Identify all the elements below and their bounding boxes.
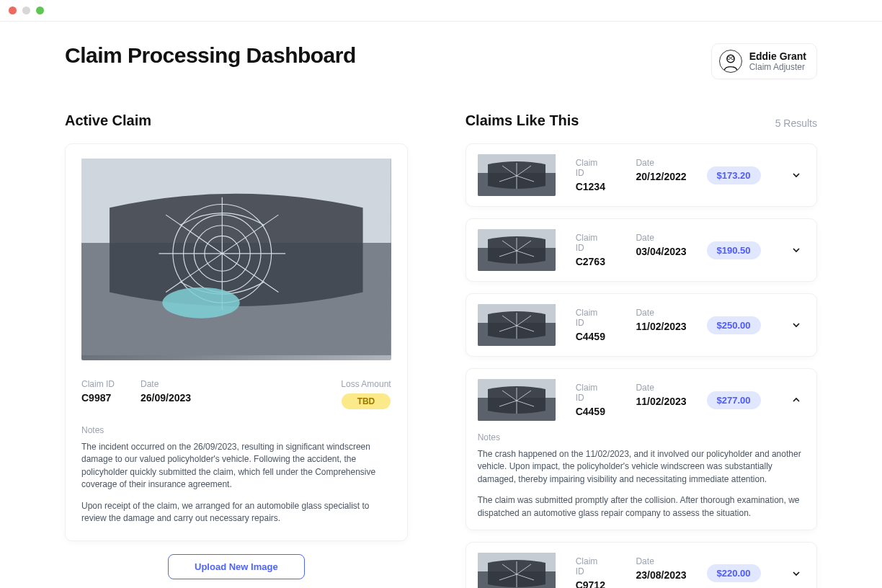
upload-new-image-button[interactable]: Upload New Image [168, 554, 305, 579]
similar-claim-card: Claim ID C4459 Date 11/02/2023 $250.00 [466, 293, 817, 357]
date-value: 11/02/2023 [636, 396, 686, 407]
similar-claim-card: Claim ID C2763 Date 03/04/2023 $190.50 [466, 218, 817, 282]
notes-text: The crash happened on the 11/02/2023, an… [478, 448, 803, 520]
amount-badge: $250.00 [707, 316, 761, 334]
date-label: Date [636, 556, 686, 566]
similar-claim-card: Claim ID C4459 Date 11/02/2023 $277.00No… [466, 368, 817, 530]
amount-badge: $190.50 [707, 241, 761, 259]
date-label: Date [636, 158, 686, 168]
claim-id-label: Claim ID [81, 379, 115, 389]
claim-id-value: C9987 [81, 392, 115, 404]
window-titlebar [0, 0, 882, 22]
date-value: 26/09/2023 [141, 392, 191, 404]
notes-label: Notes [478, 432, 803, 442]
claim-thumbnail [478, 229, 556, 271]
claim-thumbnail [478, 379, 556, 421]
amount-badge: $173.20 [707, 166, 761, 184]
notes-label: Notes [81, 425, 391, 435]
date-value: 23/08/2023 [636, 569, 686, 581]
active-claim-heading: Active Claim [65, 112, 151, 129]
results-count: 5 Results [775, 117, 817, 129]
date-label: Date [636, 383, 686, 393]
chevron-up-icon[interactable] [790, 393, 803, 407]
date-label: Date [141, 379, 191, 389]
svg-point-9 [162, 288, 239, 318]
page-title: Claim Processing Dashboard [65, 43, 356, 68]
loss-amount-label: Loss Amount [341, 379, 391, 389]
similar-claim-card: Claim ID C9712 Date 23/08/2023 $220.00 [466, 542, 817, 588]
similar-claims-heading: Claims Like This [466, 112, 579, 129]
claim-thumbnail [478, 154, 556, 196]
loss-amount-badge: TBD [342, 393, 391, 409]
user-name: Eddie Grant [749, 50, 806, 62]
chevron-down-icon[interactable] [790, 318, 803, 332]
claim-id-value: C4459 [576, 331, 606, 342]
chevron-down-icon[interactable] [790, 243, 803, 257]
claim-id-value: C4459 [576, 406, 606, 417]
claim-id-value: C9712 [576, 579, 606, 588]
svg-point-0 [726, 55, 734, 63]
claim-id-label: Claim ID [576, 556, 606, 576]
amount-badge: $220.00 [707, 564, 761, 582]
date-label: Date [636, 308, 686, 318]
user-role: Claim Adjuster [749, 62, 806, 72]
date-value: 11/02/2023 [636, 321, 686, 332]
claim-thumbnail [478, 553, 556, 588]
avatar-icon [719, 50, 742, 73]
svg-point-2 [731, 57, 734, 60]
claim-id-label: Claim ID [576, 158, 606, 178]
window-maximize-dot[interactable] [36, 6, 44, 14]
window-close-dot[interactable] [9, 6, 17, 14]
amount-badge: $277.00 [707, 391, 761, 409]
date-value: 03/04/2023 [636, 246, 686, 257]
claim-id-value: C1234 [576, 181, 606, 192]
chevron-down-icon[interactable] [790, 566, 803, 581]
claim-thumbnail [478, 304, 556, 346]
date-value: 20/12/2022 [636, 171, 686, 182]
user-chip[interactable]: Eddie Grant Claim Adjuster [711, 43, 817, 79]
claim-id-label: Claim ID [576, 383, 606, 403]
active-claim-card: Claim ID C9987 Date 26/09/2023 Loss Amou… [65, 143, 408, 541]
notes-text: The incident occurred on the 26/09/2023,… [81, 441, 391, 525]
chevron-down-icon[interactable] [790, 168, 803, 182]
claim-id-value: C2763 [576, 256, 606, 267]
claim-id-label: Claim ID [576, 233, 606, 253]
claim-id-label: Claim ID [576, 308, 606, 328]
similar-claim-card: Claim ID C1234 Date 20/12/2022 $173.20 [466, 143, 817, 207]
svg-point-1 [727, 57, 730, 60]
active-claim-image [81, 159, 391, 360]
date-label: Date [636, 233, 686, 243]
window-minimize-dot[interactable] [22, 6, 30, 14]
